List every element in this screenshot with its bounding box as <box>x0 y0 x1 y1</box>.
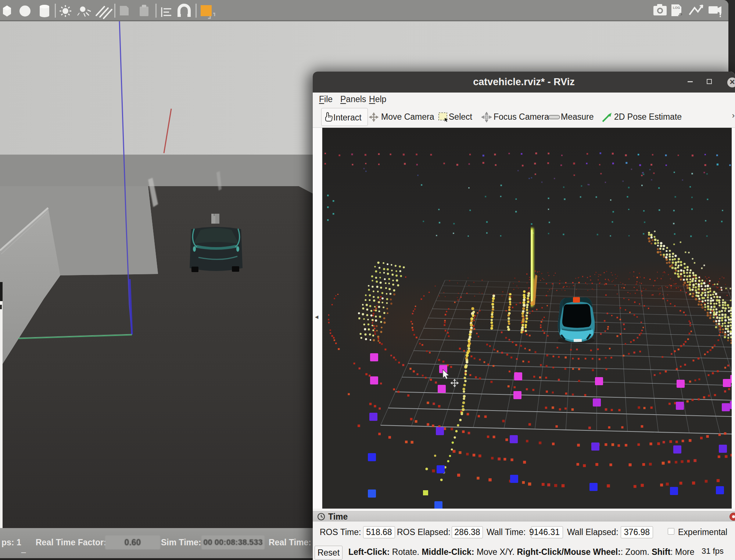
svg-text:LOG: LOG <box>673 6 680 10</box>
